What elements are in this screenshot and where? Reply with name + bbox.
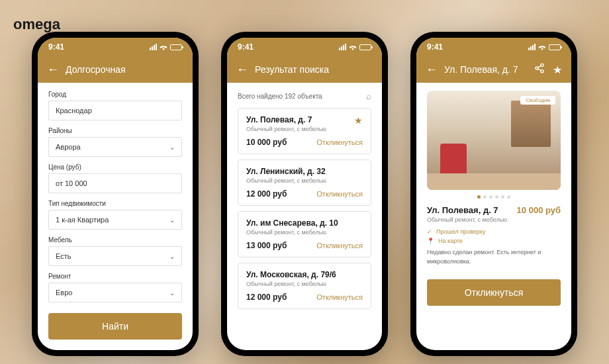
description: Недавно сделан ремонт. Есть интернет и м…	[427, 248, 561, 266]
status-time: 9:41	[427, 42, 443, 52]
list-item[interactable]: ★ Ул. Полевая, д. 7 Обычный ремонт, с ме…	[238, 108, 371, 154]
repair-select[interactable]: Евро⌄	[48, 283, 182, 302]
district-select[interactable]: Аврора⌄	[48, 137, 182, 157]
back-icon[interactable]: ←	[47, 63, 59, 77]
detail-title: Ул. Полевая, д. 7	[427, 205, 498, 215]
respond-button[interactable]: Откликнуться	[316, 293, 363, 301]
status-bar: 9:41	[416, 38, 571, 56]
city-label: Город	[48, 91, 182, 98]
list-item[interactable]: Ул. им Снесарева, д. 10 Обычный ремонт, …	[238, 211, 371, 257]
city-input[interactable]: Краснодар	[48, 101, 182, 120]
wifi-icon	[349, 44, 357, 50]
battery-icon	[359, 44, 371, 50]
phone-detail: 9:41 ← Ул. Полевая, д. 7 ★ Свободна Ул. …	[410, 32, 577, 356]
property-photo[interactable]: Свободна	[427, 91, 561, 190]
status-bar: 9:41	[38, 38, 193, 56]
share-icon[interactable]	[534, 63, 545, 76]
listing-title: Ул. Полевая, д. 7	[246, 115, 363, 124]
battery-icon	[549, 44, 561, 50]
listing-sub: Обычный ремонт, с мебелью	[246, 229, 363, 236]
listing-title: Ул. Ленинский, д. 32	[246, 167, 363, 176]
chevron-down-icon: ⌄	[169, 216, 175, 224]
page-title: Результат поиска	[255, 64, 373, 75]
furniture-select[interactable]: Есть⌄	[48, 246, 182, 266]
brand-logo: omega	[13, 16, 60, 33]
wifi-icon	[160, 44, 167, 50]
chevron-down-icon: ⌄	[169, 253, 175, 260]
listing-title: Ул. им Снесарева, д. 10	[246, 218, 363, 228]
svg-point-0	[541, 64, 543, 66]
listing-price: 10 000 руб	[246, 138, 287, 147]
header: ← Результат поиска	[227, 56, 382, 83]
star-icon[interactable]: ★	[354, 115, 363, 126]
back-icon[interactable]: ←	[426, 63, 438, 77]
verified-row[interactable]: ✓ Прошел проверку	[427, 228, 561, 235]
pin-icon: 📍	[427, 238, 434, 244]
back-icon[interactable]: ←	[236, 63, 248, 77]
listing-price: 13 000 руб	[246, 241, 287, 250]
signal-icon	[150, 44, 157, 50]
respond-button[interactable]: Откликнуться	[427, 279, 561, 306]
listing-price: 12 000 руб	[246, 189, 287, 199]
phone-results: 9:41 ← Результат поиска Всего найдено 19…	[221, 32, 388, 356]
page-title: Ул. Полевая, д. 7	[444, 64, 528, 75]
listing-sub: Обычный ремонт, с мебелью	[246, 281, 363, 287]
detail-price: 10 000 руб	[517, 205, 561, 215]
repair-label: Ремонт	[48, 273, 182, 280]
battery-icon	[170, 44, 182, 50]
status-bar: 9:41	[227, 38, 382, 56]
type-select[interactable]: 1 к-ая Квартира⌄	[48, 210, 182, 230]
listing-sub: Обычный ремонт, с мебелью	[246, 177, 363, 184]
wifi-icon	[538, 44, 546, 50]
furniture-label: Мебель	[48, 236, 182, 244]
listing-title: Ул. Московская, д. 79/6	[246, 270, 363, 279]
svg-line-3	[538, 66, 541, 68]
results-count: Всего найдено 192 объекта	[238, 93, 322, 100]
check-icon: ✓	[427, 228, 432, 235]
map-row[interactable]: 📍 На карте	[427, 238, 561, 244]
status-badge: Свободна	[520, 96, 555, 105]
phone-filters: 9:41 ← Долгосрочная Город Краснодар Райо…	[32, 32, 199, 356]
status-time: 9:41	[48, 42, 64, 52]
favorite-icon[interactable]: ★	[553, 64, 562, 76]
page-title: Долгосрочная	[66, 64, 183, 75]
price-label: Цена (руб)	[48, 163, 182, 171]
header: ← Ул. Полевая, д. 7 ★	[416, 56, 571, 83]
search-icon[interactable]: ⌕	[366, 91, 371, 101]
list-item[interactable]: Ул. Московская, д. 79/6 Обычный ремонт, …	[238, 263, 371, 309]
svg-point-1	[536, 67, 538, 69]
district-label: Районы	[48, 127, 182, 134]
type-label: Тип недвижимости	[48, 200, 182, 207]
svg-point-2	[541, 70, 543, 73]
listing-sub: Обычный ремонт, с мебелью	[246, 126, 363, 132]
chevron-down-icon: ⌄	[169, 144, 175, 151]
chevron-down-icon: ⌄	[169, 289, 175, 296]
search-button[interactable]: Найти	[48, 313, 182, 340]
price-input[interactable]: от 10 000	[48, 173, 182, 193]
respond-button[interactable]: Откликнуться	[316, 138, 363, 146]
carousel-dots[interactable]	[427, 195, 561, 199]
listing-price: 12 000 руб	[246, 293, 287, 302]
svg-line-4	[538, 69, 541, 71]
header: ← Долгосрочная	[38, 56, 193, 83]
status-time: 9:41	[238, 42, 254, 52]
respond-button[interactable]: Откликнуться	[316, 190, 363, 198]
signal-icon	[528, 44, 536, 50]
signal-icon	[339, 44, 346, 50]
detail-sub: Обычный ремонт, с мебелью	[427, 216, 561, 223]
list-item[interactable]: Ул. Ленинский, д. 32 Обычный ремонт, с м…	[238, 159, 371, 206]
respond-button[interactable]: Откликнуться	[316, 242, 363, 250]
